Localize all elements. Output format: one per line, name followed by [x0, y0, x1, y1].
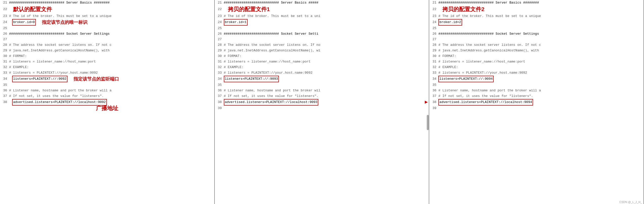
- panel-2: 21 ############################ Server B…: [215, 0, 430, 204]
- line-36-p1: 36 # Listener name, hostname and port th…: [1, 88, 213, 93]
- line-33-p1: 33 # listeners = PLAINTEXT://your.host.n…: [1, 70, 213, 76]
- line-30-p3: 30 # FORMAT:: [430, 53, 642, 59]
- line-23-p1: 23 # The id of the broker. This must be …: [1, 13, 213, 19]
- line-38-p3: 38 advertised.listeners=PLAINTEXT://loca…: [430, 99, 642, 106]
- line-25-p3: 25: [430, 26, 642, 31]
- line-28-p2: 28 # The address the socket server liste…: [216, 42, 428, 48]
- scrollbar-p2[interactable]: [427, 115, 429, 130]
- panel1-title: 默认的配置文件: [13, 6, 52, 13]
- line-23-p2: 23 # The id of the broker. This must be …: [216, 13, 428, 19]
- line-30-p2: 30 # FORMAT:: [216, 53, 428, 59]
- panel1-title-row: 22 默认的配置文件: [1, 6, 213, 13]
- line-36-p3: 36 # Listener name, hostname and port th…: [430, 88, 642, 93]
- panel-3: 21 ############################ Server B…: [429, 0, 644, 204]
- code-area-3: 21 ############################ Server B…: [429, 0, 643, 111]
- line-39-p2: 39: [216, 106, 428, 111]
- line-38-p1: 38 advertised.listeners=PLAINTEXT://loca…: [1, 99, 213, 106]
- line-24-p3: 24 broker.id=2: [430, 19, 642, 26]
- line-35-p3: 35: [430, 82, 642, 88]
- line-31-p2: 31 # listeners = listener_name://host_na…: [216, 59, 428, 65]
- line-34-p2: 34 listeners=PLAINTEXT://:9093: [216, 76, 428, 82]
- panel3-title-row: 22 拷贝的配置文件2: [430, 6, 642, 13]
- code-area-2: 21 ############################ Server B…: [215, 0, 429, 111]
- line-32-p2: 32 # EXAMPLE:: [216, 65, 428, 70]
- line-27-p2: 27: [216, 37, 428, 42]
- line-21-p1: 21 ############################ Server B…: [1, 0, 213, 6]
- line-24-p2: 24 broker.id=1: [216, 19, 428, 26]
- line-31-p3: 31 # listeners = listener_name://host_na…: [430, 59, 642, 65]
- line-37-p2: 37 # If not set, it uses the value for "…: [216, 93, 428, 99]
- line-34-p1: 34 listeners=PLAINTEXT://:9092 指定该节点的监听端…: [1, 76, 213, 82]
- line-24-p1: 24 broker.id=0 指定该节点的唯一标识: [1, 19, 213, 26]
- line-32-p1: 32 # EXAMPLE:: [1, 65, 213, 70]
- line-30-p1: 30 # FORMAT:: [1, 53, 213, 59]
- line-28-p3: 28 # The address the socket server liste…: [430, 42, 642, 48]
- line-33-p3: 33 # listeners = PLAINTEXT://your.host.n…: [430, 70, 642, 76]
- line-25-p2: 25: [216, 26, 428, 31]
- line-37-p3: 37 # If not set, it uses the value for "…: [430, 93, 642, 99]
- line-29-p3: 29 # java.net.InetAddress.getCanonicalHo…: [430, 48, 642, 53]
- line-36-p2: 36 # Listener name, hostname and port th…: [216, 88, 428, 93]
- line-21-p3: 21 ############################ Server B…: [430, 0, 642, 6]
- line-23-p3: 23 # The id of the broker. This must be …: [430, 13, 642, 19]
- line-29-p2: 29 # java.net.InetAddress.getCanonicalHo…: [216, 48, 428, 53]
- line-29-p1: 29 # java.net.InetAddress.getCanonicalHo…: [1, 48, 213, 53]
- line-33-p2: 33 # listeners = PLAINTEXT://your.host.n…: [216, 70, 428, 76]
- line-34-p3: 34 listeners=PLAINTEXT://:9094: [430, 76, 642, 82]
- listener-annotation-p1: 指定该节点的监听端口: [70, 76, 119, 82]
- panel3-title: 拷贝的配置文件2: [442, 6, 484, 13]
- advertised-annotation-p1: 广播地址: [1, 106, 213, 111]
- line-27-p1: 27: [1, 37, 213, 42]
- line-37-p1: 37 # If not set, it uses the value for "…: [1, 93, 213, 99]
- line-35-p1: 35: [1, 82, 213, 88]
- watermark: CSDN @_L_J_H_: [619, 200, 642, 203]
- line-39-p3: 39: [430, 106, 642, 111]
- panel2-title-row: 22 拷贝的配置文件1: [216, 6, 428, 13]
- line-35-p2: 35: [216, 82, 428, 88]
- line-27-p3: 27: [430, 37, 642, 42]
- panel2-title: 拷贝的配置文件1: [228, 6, 270, 13]
- line-26-p1: 26 ############################ Socket S…: [1, 31, 213, 37]
- line-31-p1: 31 # listeners = listener_name://host_na…: [1, 59, 213, 65]
- panel-1: 21 ############################ Server B…: [0, 0, 215, 204]
- code-area-1: 21 ############################ Server B…: [0, 0, 214, 111]
- line-21-p2: 21 ############################ Server B…: [216, 0, 428, 6]
- advertised-annotation-row-p1: 广播地址: [1, 106, 213, 111]
- line-26-p2: 26 ############################ Socket S…: [216, 31, 428, 37]
- broker-annotation-p1: 指定该节点的唯一标识: [39, 19, 87, 25]
- line-28-p1: 28 # The address the socket server liste…: [1, 42, 213, 48]
- line-26-p3: 26 ############################ Socket S…: [430, 31, 642, 37]
- scroll-arrow-p2: ▶: [425, 99, 428, 105]
- line-25-p1: 25: [1, 26, 213, 31]
- line-32-p3: 32 # EXAMPLE:: [430, 65, 642, 70]
- line-38-p2: 38 advertised.listeners=PLAINTEXT://loca…: [216, 99, 428, 106]
